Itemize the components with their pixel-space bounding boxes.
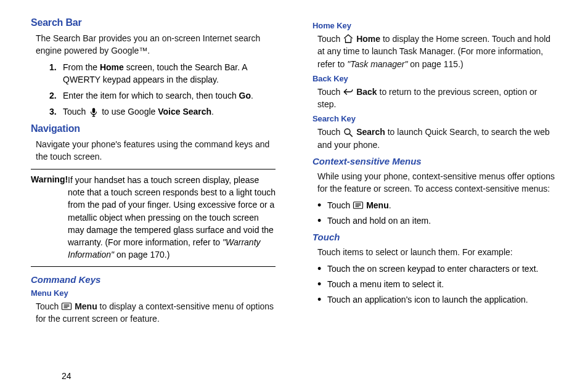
menu-key-text: Touch Menu to display a context-sensitiv…	[36, 300, 276, 325]
home-key-text: Touch Home to display the Home screen. T…	[317, 33, 557, 70]
left-column: Search Bar The Search Bar provides you a…	[31, 17, 276, 362]
navigation-intro: Navigate your phone's features using the…	[36, 138, 276, 163]
heading-menu-key: Menu Key	[31, 288, 276, 298]
menu-icon	[61, 301, 72, 312]
svg-point-7	[345, 129, 350, 134]
step-number: 3.	[49, 105, 57, 118]
heading-context-menus: Context-sensitive Menus	[312, 156, 557, 166]
search-bar-intro: The Search Bar provides you an on-screen…	[36, 32, 276, 57]
search-key-text: Touch Search to launch Quick Search, to …	[317, 126, 557, 151]
touch-bullets: Touch the on screen keypad to enter char…	[317, 263, 557, 306]
context-bullets: Touch Menu. Touch and hold on an item.	[317, 199, 557, 227]
text: Touch	[317, 87, 343, 97]
list-item: Touch the on screen keypad to enter char…	[317, 263, 557, 275]
step-number: 2.	[49, 89, 57, 102]
text: .	[389, 200, 391, 210]
heading-search-bar: Search Bar	[31, 17, 276, 28]
text: on page 115.)	[407, 59, 463, 69]
heading-touch: Touch	[312, 232, 557, 242]
bold-menu: Menu	[75, 301, 97, 311]
list-item: Touch an application's icon to launch th…	[317, 293, 557, 306]
step-2: 2. Enter the item for which to search, t…	[49, 89, 276, 102]
text: Touch	[36, 301, 61, 311]
mic-icon	[88, 107, 99, 118]
bold-back: Back	[356, 87, 377, 97]
menu-icon	[353, 200, 364, 211]
list-item: Touch Menu.	[317, 199, 557, 211]
bold-search: Search	[356, 127, 385, 137]
back-key-text: Touch Back to return to the previous scr…	[317, 86, 557, 111]
search-icon	[343, 127, 354, 138]
bold-menu: Menu	[366, 200, 389, 210]
warning-label: Warning!	[31, 174, 68, 184]
svg-line-8	[350, 134, 353, 137]
text: .	[211, 107, 214, 116]
heading-home-key: Home Key	[312, 21, 557, 30]
heading-back-key: Back Key	[312, 74, 557, 83]
text: on page 170.)	[114, 250, 169, 259]
bold-home: Home	[356, 34, 380, 44]
text: Touch	[63, 107, 88, 116]
context-intro: While using your phone, context-sensitiv…	[317, 170, 557, 195]
bold-voice-search: Voice Search	[158, 107, 211, 116]
heading-search-key: Search Key	[312, 114, 557, 123]
text: Touch	[317, 34, 343, 44]
text: If your handset has a touch screen displ…	[68, 175, 276, 247]
warning-block: Warning! If your handset has a touch scr…	[31, 169, 276, 266]
step-number: 1.	[49, 61, 57, 73]
list-item: Touch a menu item to select it.	[317, 278, 557, 290]
heading-command-keys: Command Keys	[31, 274, 276, 285]
ref-task-manager: "Task manager"	[347, 59, 407, 69]
right-column: Home Key Touch Home to display the Home …	[312, 17, 557, 362]
text: Touch	[327, 200, 353, 210]
heading-navigation: Navigation	[31, 123, 276, 134]
home-icon	[343, 33, 354, 44]
bold-home: Home	[100, 62, 124, 72]
warning-text: If your handset has a touch screen displ…	[68, 174, 276, 261]
back-icon	[343, 86, 354, 97]
search-bar-steps: 1. From the Home screen, touch the Searc…	[49, 61, 276, 118]
list-item: Touch and hold on an item.	[317, 214, 557, 227]
text: .	[251, 91, 253, 100]
page-columns: Search Bar The Search Bar provides you a…	[31, 17, 557, 362]
page-number: 24	[62, 371, 71, 381]
text: Enter the item for which to search, then…	[63, 91, 239, 100]
step-1: 1. From the Home screen, touch the Searc…	[49, 61, 276, 86]
text: to use Google	[99, 107, 158, 116]
bold-go: Go	[239, 91, 251, 100]
svg-rect-0	[92, 108, 96, 113]
step-3: 3. Touch to use Google Voice Search.	[49, 105, 276, 118]
touch-intro: Touch items to select or launch them. Fo…	[317, 246, 557, 258]
text: From the	[63, 62, 100, 72]
text: Touch	[317, 127, 343, 137]
